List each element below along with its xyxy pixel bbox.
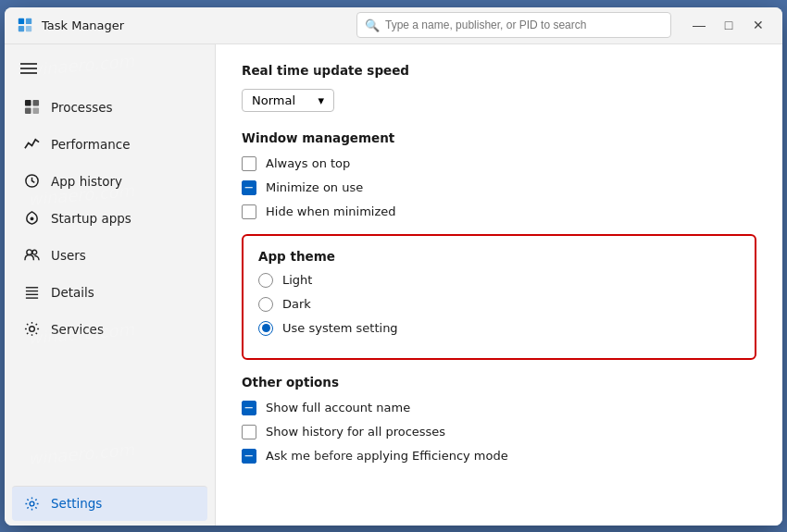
svg-rect-6 [24,107,31,114]
theme-light-label: Light [282,273,312,287]
users-label: Users [51,248,86,263]
settings-label: Settings [51,496,102,511]
ask-efficiency-row[interactable]: Ask me before applying Efficiency mode [242,449,756,464]
always-on-top-checkbox[interactable] [242,156,256,171]
services-icon [23,321,40,338]
dropdown-arrow-icon: ▾ [318,93,324,107]
theme-dark-row[interactable]: Dark [258,297,740,312]
other-options-section: Other options Show full account name Sho… [242,375,756,464]
settings-icon [23,495,40,512]
sidebar: Processes Performance App history [5,44,216,526]
svg-rect-7 [32,107,39,114]
close-button[interactable]: ✕ [745,12,771,38]
theme-dark-radio[interactable] [258,297,273,312]
startup-icon [23,210,40,227]
theme-system-radio[interactable] [258,321,273,336]
startup-apps-label: Startup apps [51,211,131,226]
svg-rect-1 [26,19,31,24]
real-time-speed-section: Real time update speed Normal ▾ [242,63,756,112]
hide-when-minimized-row[interactable]: Hide when minimized [242,204,756,219]
show-full-account-label: Show full account name [266,401,410,414]
show-history-all-checkbox[interactable] [242,425,256,439]
app-icon [16,16,34,34]
window-management-section: Window management Always on top Minimize… [242,130,756,219]
minimize-button[interactable]: — [686,12,712,38]
svg-rect-4 [24,100,31,106]
performance-label: Performance [51,137,131,152]
sidebar-item-startup-apps[interactable]: Startup apps [12,201,207,236]
app-history-label: App history [51,174,122,189]
svg-rect-0 [19,19,24,24]
details-icon [23,284,40,301]
minimize-on-use-row[interactable]: Minimize on use [242,180,756,195]
minimize-on-use-label: Minimize on use [266,180,363,194]
task-manager-window: Task Manager 🔍 — □ ✕ [5,7,782,526]
window-management-title: Window management [242,130,756,145]
always-on-top-label: Always on top [266,156,350,170]
ask-efficiency-label: Ask me before applying Efficiency mode [266,449,508,463]
app-theme-title: App theme [258,249,740,264]
details-label: Details [51,285,94,300]
sidebar-item-performance[interactable]: Performance [12,127,207,162]
svg-point-10 [26,250,31,255]
hide-when-minimized-checkbox[interactable] [242,204,256,219]
titlebar: Task Manager 🔍 — □ ✕ [5,7,782,44]
sidebar-item-services[interactable]: Services [12,312,207,347]
svg-point-9 [30,217,33,221]
users-icon [23,247,40,264]
search-icon: 🔍 [365,19,380,32]
svg-rect-2 [19,26,24,31]
maximize-button[interactable]: □ [716,12,742,38]
show-full-account-checkbox[interactable] [242,401,256,415]
minimize-on-use-checkbox[interactable] [242,180,256,195]
app-theme-section: App theme Light Dark Use system setting [242,234,756,360]
show-history-all-label: Show history for all processes [266,425,445,439]
processes-label: Processes [51,100,113,115]
svg-point-17 [30,501,34,506]
svg-point-11 [31,250,36,254]
main-content: Processes Performance App history [5,44,782,526]
speed-dropdown[interactable]: Normal ▾ [242,89,334,112]
speed-title: Real time update speed [242,63,756,78]
ask-efficiency-checkbox[interactable] [242,449,256,464]
theme-light-row[interactable]: Light [258,273,740,288]
other-options-title: Other options [242,375,756,390]
menu-toggle-button[interactable] [12,52,45,85]
window-controls: — □ ✕ [686,12,771,38]
svg-rect-5 [32,100,39,106]
always-on-top-row[interactable]: Always on top [242,156,756,171]
settings-content: Real time update speed Normal ▾ Window m… [216,44,782,526]
window-title: Task Manager [42,19,342,32]
history-icon [23,173,40,190]
sidebar-item-users[interactable]: Users [12,238,207,273]
search-input[interactable] [385,19,663,31]
show-full-account-row[interactable]: Show full account name [242,401,756,415]
speed-value: Normal [252,93,295,107]
search-bar[interactable]: 🔍 [356,12,671,38]
sidebar-item-processes[interactable]: Processes [12,90,207,125]
hide-when-minimized-label: Hide when minimized [266,204,396,218]
processes-icon [23,99,40,116]
theme-light-radio[interactable] [258,273,273,288]
services-label: Services [51,322,104,337]
svg-rect-3 [26,26,31,31]
performance-icon [23,136,40,153]
sidebar-item-app-history[interactable]: App history [12,164,207,199]
theme-system-label: Use system setting [282,321,398,335]
theme-system-row[interactable]: Use system setting [258,321,740,336]
sidebar-item-settings[interactable]: Settings [12,486,207,521]
sidebar-item-details[interactable]: Details [12,275,207,310]
hamburger-icon [20,68,37,69]
theme-dark-label: Dark [282,297,311,311]
show-history-all-row[interactable]: Show history for all processes [242,425,756,439]
svg-point-16 [29,327,34,332]
